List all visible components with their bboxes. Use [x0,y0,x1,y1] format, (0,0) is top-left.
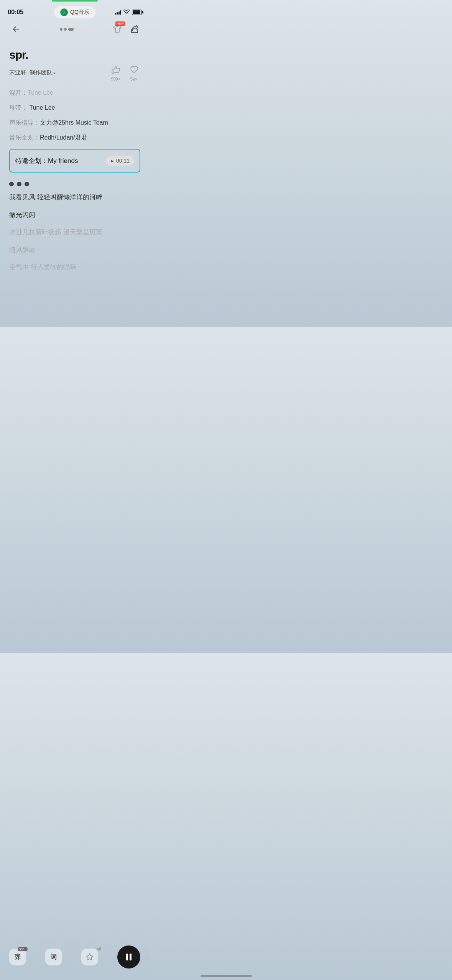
mixing-value: Tune Lee [28,89,53,96]
vocal-label: 声乐指导： [9,119,40,126]
wifi-icon [123,9,130,15]
share-button[interactable] [128,23,140,35]
play-icon: ▶ [111,159,114,163]
mixing-label: 混音： [9,89,28,96]
dots-row [0,176,150,189]
team-link[interactable]: 制作团队 › [30,69,55,76]
thumb-icon [110,64,122,76]
status-bar: 00:05 ♪ QQ音乐 [0,3,150,19]
music-plan-label: 音乐企划： [9,134,40,141]
signal-icon [115,10,122,15]
back-button[interactable] [9,22,23,36]
team-arrow: › [53,69,55,76]
artist-name[interactable]: 宋亚轩 [9,69,26,76]
dot-black-2 [17,182,21,186]
qq-logo-icon: ♪ [60,8,68,16]
credit-vocal: 声乐指导：文力@25hrs Music Team [9,119,140,127]
play-timer[interactable]: ▶ 00:11 [106,156,134,166]
new-badge: NEW [115,21,125,26]
credit-mastering: 母带： Tune Lee [9,104,140,112]
dot-3 [68,28,74,31]
app-pill: ♪ QQ音乐 [54,6,95,18]
credit-mixing: 混音：Tune Lee [9,89,140,97]
nav-dots[interactable] [60,28,74,31]
mastering-value: Tune Lee [28,104,55,111]
battery-icon [132,10,142,15]
credits-section: 混音：Tune Lee 母带： Tune Lee 声乐指导：文力@25hrs M… [0,81,150,146]
mastering-label: 母带： [9,104,28,111]
song-meta: 宋亚轩 制作团队 › 999+ [9,64,140,81]
lyric-line-1: 我看见风 轻轻叫醒懒洋洋的河畔 [9,192,140,202]
special-box[interactable]: 特邀企划：My friends ▶ 00:11 [9,149,140,173]
music-plan-value: Redh/Ludan/君君 [40,134,87,141]
dot-1 [60,28,62,31]
header-nav: NEW [0,19,150,41]
like-button[interactable]: 999+ [110,64,122,81]
app-name: QQ音乐 [70,9,89,16]
lyric-line-2: 微光闪闪 [9,210,140,220]
dot-2 [64,28,67,31]
dot-black-1 [9,182,14,186]
status-time: 00:05 [8,8,23,16]
collect-button[interactable]: 5w+ [128,64,140,81]
team-label: 制作团队 [30,69,53,76]
status-icons [115,9,142,15]
special-text: 特邀企划：My friends [15,156,78,165]
lyrics-section: 我看见风 轻轻叫醒懒洋洋的河畔 微光闪闪 吹过几枝新叶扬起 漫天繁星斑斑 随风飘… [0,189,150,272]
vocal-value: 文力@25hrs Music Team [40,119,108,126]
lyric-line-3: 吹过几枝新叶扬起 漫天繁星斑斑 [9,227,140,237]
song-title: spr. [9,48,140,61]
song-artist: 宋亚轩 制作团队 › [9,69,55,76]
timer-label: 00:11 [116,158,130,164]
special-label: 特邀企划： [15,157,48,164]
heart-icon [128,64,140,76]
like-count: 999+ [111,77,121,81]
lyric-line-5: 空气中 行人柔软的呢喃 [9,262,140,272]
credit-music-plan: 音乐企划：Redh/Ludan/君君 [9,134,140,142]
dot-black-3 [25,182,29,186]
nav-right: NEW [110,22,140,36]
song-actions: 999+ 5w+ [110,64,140,81]
lyric-line-4: 随风飘散 [9,245,140,255]
special-value: My friends [48,157,78,164]
shirt-button[interactable]: NEW [110,22,124,36]
collect-count: 5w+ [130,77,138,81]
song-section: spr. 宋亚轩 制作团队 › 999+ [0,41,150,81]
